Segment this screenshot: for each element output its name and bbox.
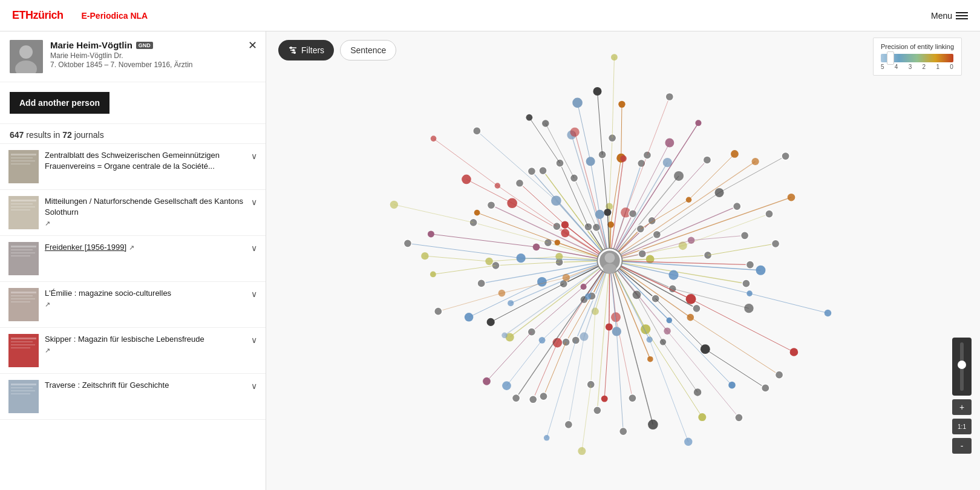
- svg-rect-14: [11, 246, 36, 247]
- svg-point-304: [526, 114, 533, 121]
- filters-button[interactable]: Filters: [278, 40, 334, 60]
- expand-icon[interactable]: ∨: [251, 196, 257, 207]
- journal-thumbnail: [8, 196, 39, 229]
- svg-point-238: [498, 290, 506, 297]
- svg-point-90: [733, 203, 741, 211]
- precision-bar: [881, 54, 954, 62]
- graph-area: Filters Sentence Precision of entity lin…: [266, 31, 980, 490]
- hamburger-icon: [956, 12, 968, 19]
- svg-point-88: [782, 152, 789, 160]
- svg-rect-20: [11, 295, 33, 296]
- svg-point-320: [572, 98, 583, 108]
- journal-item[interactable]: Mitteilungen / Naturforschende Gesellsch…: [0, 190, 266, 236]
- add-person-section: Add another person: [0, 82, 266, 124]
- zoom-out-button[interactable]: -: [952, 438, 972, 454]
- svg-point-180: [593, 407, 601, 414]
- svg-point-228: [487, 318, 495, 326]
- eth-text: ETH: [12, 9, 33, 21]
- zoom-slider-thumb[interactable]: [958, 361, 966, 369]
- journal-item[interactable]: Freidenker [1956-1999] ↗∨: [0, 236, 266, 282]
- svg-point-240: [434, 307, 442, 315]
- svg-point-272: [474, 210, 480, 216]
- expand-icon[interactable]: ∨: [251, 150, 257, 161]
- journal-item[interactable]: Traverse : Zeitschrift für Geschichte∨: [0, 374, 266, 420]
- journal-item[interactable]: Skipper : Magazin für lesbische Lebensfr…: [0, 328, 266, 374]
- svg-rect-31: [11, 390, 35, 391]
- zoom-ratio-button[interactable]: 1:1: [952, 419, 972, 434]
- filters-label: Filters: [301, 45, 324, 55]
- results-label: results in: [26, 130, 60, 140]
- svg-line-213: [507, 340, 543, 385]
- main-container: Marie Heim-Vögtlin GND Marie Heim-Vögtli…: [0, 31, 980, 490]
- zurich-text: zürich: [33, 9, 64, 21]
- svg-line-59: [647, 97, 670, 155]
- person-alt-name: Marie Heim-Vögtlin Dr.: [50, 51, 256, 60]
- svg-point-134: [776, 371, 783, 379]
- svg-point-194: [544, 435, 550, 441]
- journal-thumbnail: [8, 334, 39, 367]
- svg-rect-15: [11, 249, 33, 250]
- svg-point-246: [492, 261, 500, 269]
- add-person-button[interactable]: Add another person: [10, 92, 109, 114]
- svg-point-50: [618, 101, 625, 108]
- svg-line-153: [663, 342, 697, 392]
- svg-line-323: [603, 155, 608, 212]
- svg-line-49: [621, 104, 622, 158]
- svg-line-125: [610, 261, 691, 299]
- close-button[interactable]: ✕: [248, 39, 257, 52]
- svg-line-79: [689, 154, 735, 200]
- svg-rect-7: [11, 163, 30, 165]
- svg-point-220: [483, 377, 491, 385]
- gnd-badge: GND: [136, 42, 153, 49]
- menu-button[interactable]: Menu: [931, 11, 968, 21]
- svg-line-173: [616, 332, 623, 431]
- external-link-icon: ↗: [129, 244, 134, 251]
- journal-item[interactable]: Zentralblatt des Schweizerischen Gemeinn…: [0, 144, 266, 190]
- svg-point-262: [428, 230, 434, 237]
- svg-point-242: [477, 279, 485, 287]
- svg-point-114: [742, 279, 750, 287]
- svg-point-144: [728, 382, 736, 389]
- svg-point-290: [515, 179, 523, 187]
- svg-point-110: [746, 261, 754, 269]
- expand-icon[interactable]: ∨: [251, 288, 257, 299]
- svg-line-267: [394, 204, 473, 223]
- expand-icon[interactable]: ∨: [251, 380, 257, 391]
- svg-point-44: [611, 54, 618, 60]
- svg-point-308: [570, 174, 578, 182]
- zoom-slider-panel: [952, 338, 972, 396]
- svg-line-245: [495, 262, 559, 265]
- expand-icon[interactable]: ∨: [251, 334, 257, 345]
- svg-line-265: [474, 223, 548, 243]
- svg-point-64: [665, 139, 674, 148]
- person-card: Marie Heim-Vögtlin GND Marie Heim-Vögtli…: [0, 31, 266, 82]
- svg-point-296: [528, 168, 535, 175]
- person-name: Marie Heim-Vögtlin GND: [50, 40, 256, 50]
- svg-point-268: [390, 201, 398, 209]
- journals-label: journals: [74, 130, 104, 140]
- journal-item[interactable]: L'Émilie : magazine socio-culturelles↗∨: [0, 282, 266, 328]
- svg-point-230: [508, 300, 514, 306]
- zoom-slider-track[interactable]: [960, 342, 964, 391]
- svg-line-185: [582, 385, 591, 451]
- zoom-in-button[interactable]: +: [952, 399, 972, 415]
- precision-marker[interactable]: [887, 51, 894, 65]
- svg-point-108: [772, 240, 780, 247]
- svg-line-283: [497, 186, 557, 226]
- svg-point-314: [570, 128, 579, 137]
- svg-rect-5: [11, 157, 33, 158]
- network-graph[interactable]: [266, 31, 980, 490]
- sentence-button[interactable]: Sentence: [340, 40, 396, 60]
- svg-point-102: [741, 232, 749, 240]
- svg-point-60: [665, 93, 673, 100]
- svg-rect-25: [11, 341, 33, 342]
- svg-rect-27: [11, 347, 30, 348]
- svg-point-130: [693, 304, 701, 312]
- svg-point-208: [512, 394, 520, 402]
- svg-point-128: [790, 348, 799, 356]
- svg-line-177: [604, 327, 609, 399]
- svg-line-41: [609, 138, 612, 206]
- svg-line-199: [544, 342, 566, 397]
- svg-rect-30: [11, 387, 33, 388]
- expand-icon[interactable]: ∨: [251, 242, 257, 253]
